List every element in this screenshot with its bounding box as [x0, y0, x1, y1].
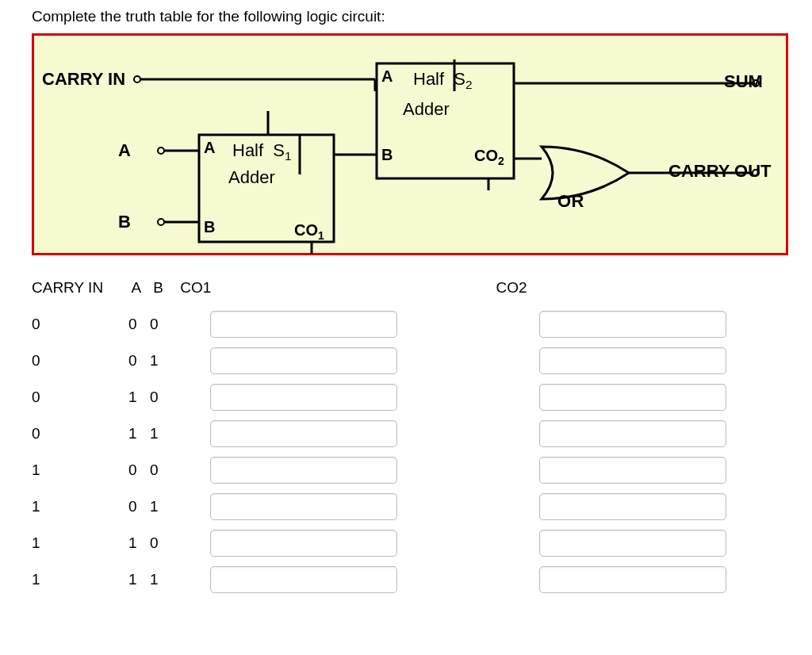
co2-input[interactable] — [539, 420, 726, 447]
hdr-b: B — [153, 279, 180, 297]
svg-point-19 — [753, 170, 759, 176]
table-row: 1 0 1 — [32, 488, 780, 525]
hdr-co2: CO2 — [496, 279, 544, 297]
table-row: 1 1 0 — [32, 525, 780, 561]
co2-input[interactable] — [539, 384, 726, 411]
cell-a: 0 — [128, 352, 150, 370]
table-row: 1 1 1 — [32, 561, 780, 598]
cell-a: 0 — [128, 498, 150, 515]
cell-b: 1 — [150, 571, 176, 588]
co2-input[interactable] — [539, 347, 726, 374]
table-row: 0 1 0 — [32, 379, 780, 416]
cell-cin: 1 — [32, 462, 128, 479]
cell-b: 0 — [150, 389, 176, 406]
cell-cin: 0 — [32, 425, 128, 442]
cell-cin: 0 — [32, 352, 128, 370]
hdr-carry-in: CARRY IN — [32, 279, 131, 297]
cell-b: 1 — [150, 352, 176, 370]
svg-point-15 — [134, 76, 140, 82]
co2-input[interactable] — [539, 530, 726, 557]
cell-cin: 1 — [32, 498, 128, 515]
co1-input[interactable] — [210, 311, 397, 338]
cell-b: 1 — [150, 425, 176, 442]
table-row: 1 0 0 — [32, 452, 780, 488]
svg-point-18 — [753, 80, 759, 86]
co2-input[interactable] — [539, 311, 726, 338]
co2-input[interactable] — [539, 566, 726, 593]
co1-input[interactable] — [210, 384, 397, 411]
svg-point-17 — [158, 219, 164, 225]
co1-input[interactable] — [210, 493, 397, 520]
hdr-a: A — [131, 279, 153, 297]
question-prompt: Complete the truth table for the followi… — [32, 8, 780, 25]
svg-rect-21 — [377, 63, 514, 178]
co2-input[interactable] — [539, 457, 726, 484]
cell-cin: 1 — [32, 534, 128, 552]
co1-input[interactable] — [210, 530, 397, 557]
cell-cin: 0 — [32, 389, 128, 406]
table-row: 0 1 1 — [32, 416, 780, 452]
cell-a: 1 — [128, 425, 150, 442]
cell-a: 1 — [128, 389, 150, 406]
truth-table: CARRY IN A B CO1 CO2 0 0 0 0 0 1 — [32, 270, 780, 598]
cell-a: 1 — [128, 571, 150, 588]
cell-b: 0 — [150, 534, 176, 552]
table-row: 0 0 1 — [32, 343, 780, 379]
cell-a: 0 — [128, 462, 150, 479]
circuit-diagram: CARRY IN A B A B Half S1 Adder CO1 A B H… — [32, 33, 788, 255]
cell-a: 1 — [128, 534, 150, 552]
cell-a: 0 — [128, 316, 150, 333]
co1-input[interactable] — [210, 457, 397, 484]
cell-cin: 1 — [32, 571, 128, 588]
co2-input[interactable] — [539, 493, 726, 520]
hdr-co1: CO1 — [180, 279, 216, 297]
table-row: 0 0 0 — [32, 306, 780, 343]
cell-cin: 0 — [32, 316, 128, 333]
cell-b: 0 — [150, 462, 176, 479]
co1-input[interactable] — [210, 347, 397, 374]
cell-b: 1 — [150, 498, 176, 515]
svg-rect-20 — [199, 135, 334, 242]
svg-point-16 — [158, 147, 164, 154]
cell-b: 0 — [150, 316, 176, 333]
table-header-row: CARRY IN A B CO1 CO2 — [32, 270, 780, 306]
co1-input[interactable] — [210, 566, 397, 593]
co1-input[interactable] — [210, 420, 397, 447]
